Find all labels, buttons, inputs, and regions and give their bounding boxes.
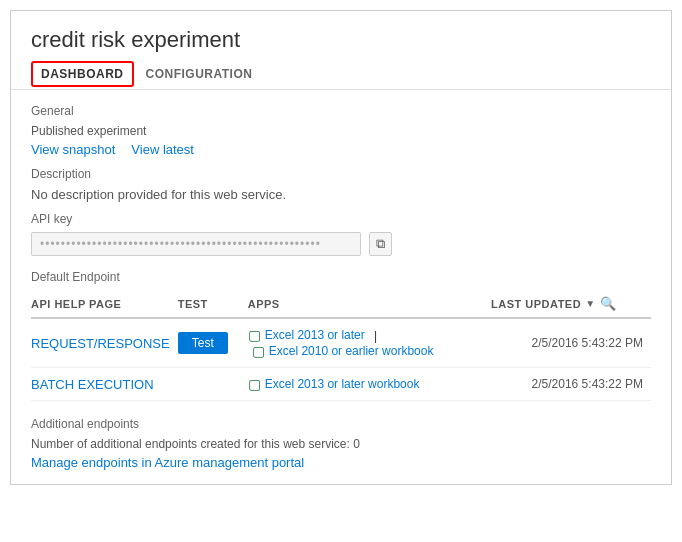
additional-endpoints-label: Additional endpoints	[31, 417, 651, 431]
experiment-links: View snapshot View latest	[31, 142, 651, 157]
view-snapshot-link[interactable]: View snapshot	[31, 142, 115, 157]
excel-2010-link[interactable]: ▢ Excel 2010 or earlier workbook	[252, 343, 434, 359]
content-area: General Published experiment View snapsh…	[11, 90, 671, 484]
sort-icon: ▼	[585, 298, 595, 309]
row1-api-help: REQUEST/RESPONSE	[31, 318, 178, 368]
excel-2013-batch-link[interactable]: ▢ Excel 2013 or later workbook	[248, 376, 420, 392]
apps-separator: |	[374, 329, 377, 343]
api-key-value: ••••••••••••••••••••••••••••••••••••••••…	[31, 232, 361, 256]
description-text: No description provided for this web ser…	[31, 187, 651, 202]
endpoint-table: API HELP PAGE TEST APPS LAST UPDATED ▼	[31, 290, 651, 401]
view-latest-link[interactable]: View latest	[131, 142, 194, 157]
tab-dashboard[interactable]: DASHBOARD	[31, 61, 134, 87]
api-key-row: ••••••••••••••••••••••••••••••••••••••••…	[31, 232, 651, 256]
excel-icon-3: ▢	[248, 376, 261, 392]
search-icon[interactable]: 🔍	[600, 296, 617, 311]
additional-endpoints-count: Number of additional endpoints created f…	[31, 437, 651, 451]
row2-api-help: BATCH EXECUTION	[31, 368, 178, 401]
col-header-api-help: API HELP PAGE	[31, 290, 178, 318]
default-endpoint-label: Default Endpoint	[31, 270, 651, 284]
copy-icon: ⧉	[376, 236, 385, 251]
general-label: General	[31, 104, 651, 118]
tab-configuration[interactable]: CONFIGURATION	[146, 59, 265, 89]
description-label: Description	[31, 167, 651, 181]
col-header-apps: APPS	[248, 290, 491, 318]
page-title: credit risk experiment	[11, 11, 671, 59]
col-header-test: TEST	[178, 290, 248, 318]
table-header-row: API HELP PAGE TEST APPS LAST UPDATED ▼	[31, 290, 651, 318]
batch-execution-link[interactable]: BATCH EXECUTION	[31, 377, 154, 392]
main-container: credit risk experiment DASHBOARD CONFIGU…	[10, 10, 672, 485]
published-experiment-label: Published experiment	[31, 124, 651, 138]
row2-apps: ▢ Excel 2013 or later workbook	[248, 368, 491, 401]
tab-bar: DASHBOARD CONFIGURATION	[11, 59, 671, 90]
row2-last-updated: 2/5/2016 5:43:22 PM	[491, 368, 651, 401]
excel-icon-2: ▢	[252, 343, 265, 359]
request-response-link[interactable]: REQUEST/RESPONSE	[31, 336, 170, 351]
excel-2013-link[interactable]: ▢ Excel 2013 or later	[248, 327, 365, 343]
row1-apps: ▢ Excel 2013 or later | ▢ Excel 2010 or …	[248, 318, 491, 368]
api-key-label: API key	[31, 212, 651, 226]
copy-api-key-button[interactable]: ⧉	[369, 232, 392, 256]
row1-last-updated: 2/5/2016 5:43:22 PM	[491, 318, 651, 368]
col-header-last-updated: LAST UPDATED ▼ 🔍	[491, 290, 651, 318]
row2-test	[178, 368, 248, 401]
manage-endpoints-link[interactable]: Manage endpoints in Azure management por…	[31, 455, 304, 470]
test-button[interactable]: Test	[178, 332, 228, 354]
table-row: BATCH EXECUTION ▢ Excel 2013 or later wo…	[31, 368, 651, 401]
excel-icon-1: ▢	[248, 327, 261, 343]
default-endpoint-section: Default Endpoint API HELP PAGE TEST APPS	[31, 270, 651, 401]
row1-test: Test	[178, 318, 248, 368]
additional-endpoints-section: Additional endpoints Number of additiona…	[31, 417, 651, 470]
table-row: REQUEST/RESPONSE Test ▢ Excel 2013 or la…	[31, 318, 651, 368]
